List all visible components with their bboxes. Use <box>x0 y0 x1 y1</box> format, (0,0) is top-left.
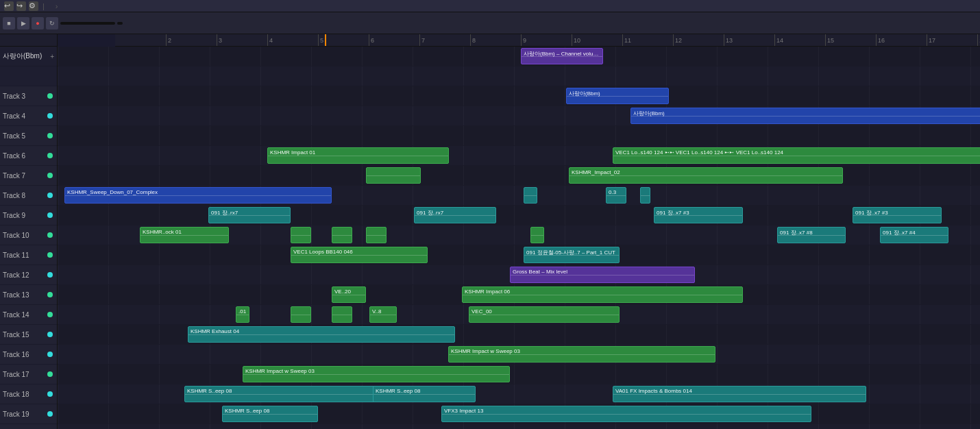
clip-3[interactable]: KSHMR Impact 01 <box>267 147 449 164</box>
track-header-2[interactable]: Track 3 <box>0 86 57 106</box>
clip-33[interactable]: KSHMR Impact w Sweep 03 <box>448 346 715 363</box>
grid-line-11-2 <box>159 265 160 284</box>
clip-7[interactable]: KSHMR_Sweep_Down_07_Complex <box>64 187 332 204</box>
clip-8[interactable] <box>524 187 537 204</box>
stop-btn[interactable]: ■ <box>3 17 15 29</box>
track-header-16[interactable]: Track 17 <box>0 365 57 384</box>
clip-28[interactable] <box>291 306 311 323</box>
track-header-5[interactable]: Track 6 <box>0 146 57 166</box>
clip-label-33: KSHMR Impact w Sweep 03 <box>451 348 520 354</box>
track-header-18[interactable]: Track 19 <box>0 404 57 424</box>
grid-line-18-3 <box>210 404 210 424</box>
clip-32[interactable]: KSHMR Exhaust 04 <box>188 326 455 343</box>
clip-16[interactable] <box>291 227 311 243</box>
track-header-9[interactable]: Track 10 <box>0 225 57 245</box>
clip-9[interactable]: 0.3 <box>606 187 626 204</box>
ruler-mark-16: 16 <box>876 34 885 46</box>
clip-31[interactable]: VEC_00 <box>469 306 620 323</box>
clip-20[interactable]: 091 장..x7 #8 <box>777 227 846 243</box>
clip-36[interactable]: KSHMR S..eep 08 <box>373 386 476 402</box>
grid-line-5-8 <box>463 146 464 165</box>
clip-0[interactable]: 사랑아(Bbm) – Channel volume <box>521 48 603 64</box>
loop-btn[interactable]: ↻ <box>46 17 58 29</box>
clip-21[interactable]: 091 장..x7 #4 <box>880 227 948 243</box>
clip-wave-31 <box>469 315 619 315</box>
grid-line-14-9 <box>514 325 515 344</box>
clip-1[interactable]: 사랑아(Bbm) <box>566 88 669 104</box>
track-add-btn-0[interactable]: + <box>50 53 54 60</box>
clip-18[interactable] <box>366 227 387 243</box>
clip-4[interactable]: VEC1 Lo..s140 124 ➸➸ VEC1 Lo..s140 124 ➸… <box>613 147 980 164</box>
grid-line-14-12 <box>666 325 667 344</box>
track-header-12[interactable]: Track 13 <box>0 285 57 305</box>
clip-23[interactable]: 091 정윤철-05-사랑..7 – Part_1 CUT <box>524 247 620 263</box>
clip-15[interactable]: KSHMR..ock 01 <box>140 227 229 243</box>
track-content[interactable]: 사랑아(Bbm) – Channel volume사랑아(Bbm)사랑아(Bbm… <box>58 47 980 429</box>
track-header-6[interactable]: Track 7 <box>0 166 57 186</box>
clip-11[interactable]: 091 장..rx7 <box>208 207 291 223</box>
clip-34[interactable]: KSHMR Impact w Sweep 03 <box>243 366 510 382</box>
grid-line-11-17 <box>920 265 920 284</box>
clip-label-25: VE..20 <box>334 289 351 295</box>
track-dot-18 <box>47 411 53 417</box>
track-dot-5 <box>47 153 53 158</box>
clip-17[interactable] <box>332 227 352 243</box>
clip-wave-24 <box>511 275 694 275</box>
play-btn[interactable]: ▶ <box>17 17 29 29</box>
track-label-15: Track 16 <box>3 351 29 358</box>
track-header-17[interactable]: Track 18 <box>0 384 57 404</box>
grid-line-5-0 <box>58 146 58 165</box>
clip-2[interactable]: 사랑아(Bbm) <box>630 108 980 124</box>
grid-line-1-16 <box>869 66 870 86</box>
track-header-13[interactable]: Track 14 <box>0 305 57 325</box>
clip-19[interactable] <box>530 227 544 243</box>
track-header-3[interactable]: Track 4 <box>0 106 57 126</box>
clip-22[interactable]: VEC1 Loops BB140 046 <box>291 247 428 263</box>
clip-14[interactable]: 091 장..x7 #3 <box>853 207 942 223</box>
clip-5[interactable]: KSHMR_Impact_02 <box>569 167 843 184</box>
grid-line-11-16 <box>869 265 870 284</box>
track-header-19[interactable]: Track 20 <box>0 424 57 429</box>
grid-line-13-17 <box>920 305 920 324</box>
grid-line-13-13 <box>717 305 718 324</box>
track-header-14[interactable]: Track 15 <box>0 325 57 345</box>
grid-line-1-18 <box>970 66 971 86</box>
grid-line-6-18 <box>970 166 971 185</box>
grid-line-9-9 <box>514 225 515 245</box>
clip-13[interactable]: 091 장..x7 #3 <box>654 207 743 223</box>
grid-line-10-14 <box>768 245 768 265</box>
track-header-7[interactable]: Track 8 <box>0 186 57 206</box>
track-header-8[interactable]: Track 9 <box>0 206 57 225</box>
clip-37[interactable]: VA01 FX Impacts & Bombs 014 <box>613 386 866 402</box>
clip-26[interactable]: KSHMR Impact 06 <box>462 286 743 303</box>
ruler-mark-13: 13 <box>724 34 733 46</box>
clip-30[interactable]: V..8 <box>369 306 397 323</box>
grid-line-4-5 <box>311 126 312 145</box>
clip-label-37: VA01 FX Impacts & Bombs 014 <box>615 388 692 394</box>
clip-25[interactable]: VE..20 <box>332 286 366 303</box>
redo-btn[interactable]: ↪ <box>16 1 26 11</box>
clip-wave-26 <box>463 295 742 295</box>
clip-12[interactable]: 091 장..rx7 <box>414 207 496 223</box>
grid-line-7-12 <box>666 186 667 205</box>
record-btn[interactable]: ● <box>32 17 44 29</box>
clip-10[interactable] <box>640 187 650 204</box>
grid-line-11-5 <box>311 265 312 284</box>
track-header-10[interactable]: Track 11 <box>0 245 57 265</box>
clip-38[interactable]: KSHMR S..eep 08 <box>222 406 318 422</box>
grid-line-1-17 <box>920 66 920 86</box>
clip-39[interactable]: VFX3 Impact 13 <box>441 406 811 422</box>
grid-line-6-6 <box>362 166 363 185</box>
clip-29[interactable] <box>332 306 352 323</box>
clip-24[interactable]: Gross Beat – Mix level <box>510 267 695 283</box>
undo-btn[interactable]: ↩ <box>4 1 14 11</box>
track-header-15[interactable]: Track 16 <box>0 345 57 365</box>
clip-6[interactable] <box>366 167 421 184</box>
settings-btn[interactable]: ⚙ <box>29 1 38 11</box>
track-header-4[interactable]: Track 5 <box>0 126 57 146</box>
grid-line-14-15 <box>818 325 819 344</box>
clip-27[interactable]: .01 <box>236 306 249 323</box>
track-header-1[interactable] <box>0 66 57 86</box>
track-header-11[interactable]: Track 12 <box>0 265 57 285</box>
track-header-0[interactable]: 사랑아(Bbm)+ <box>0 47 57 66</box>
